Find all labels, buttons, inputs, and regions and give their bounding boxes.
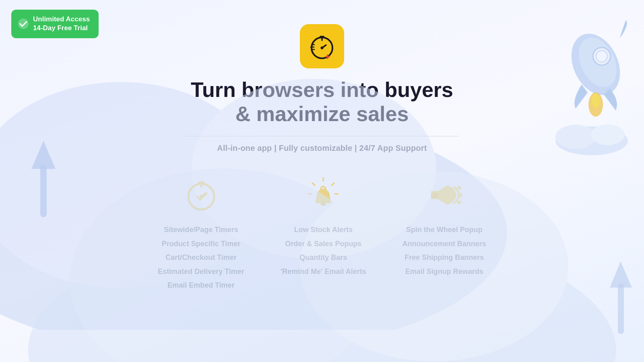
svg-point-14 <box>555 125 596 149</box>
svg-marker-19 <box>610 261 632 288</box>
arrow-right-decoration <box>610 261 632 338</box>
arrow-left-decoration <box>31 141 56 221</box>
page-wrapper: Unlimited Access 14-Day Free Trial <box>0 0 644 362</box>
svg-point-15 <box>591 124 625 145</box>
svg-marker-17 <box>31 141 56 169</box>
svg-rect-18 <box>618 284 624 334</box>
svg-point-6 <box>299 171 568 362</box>
svg-point-10 <box>596 51 607 62</box>
svg-point-12 <box>592 93 600 108</box>
rocket-decoration <box>523 16 636 169</box>
svg-rect-16 <box>40 165 47 217</box>
